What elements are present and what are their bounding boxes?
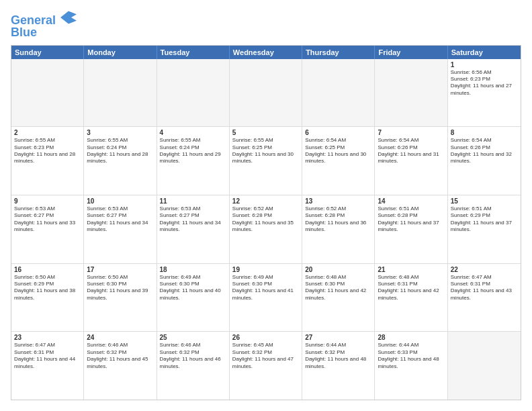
calendar-cell-1-6: 8Sunrise: 6:54 AMSunset: 6:26 PMDaylight… bbox=[448, 127, 521, 195]
calendar-cell-0-1 bbox=[84, 59, 157, 127]
calendar-cell-0-4 bbox=[302, 59, 375, 127]
calendar-cell-3-2: 18Sunrise: 6:49 AMSunset: 6:30 PMDayligh… bbox=[157, 264, 230, 332]
cell-info: Sunrise: 6:45 AMSunset: 6:32 PMDaylight:… bbox=[232, 342, 299, 370]
cell-info: Sunrise: 6:55 AMSunset: 6:25 PMDaylight:… bbox=[232, 137, 299, 165]
calendar-header: SundayMondayTuesdayWednesdayThursdayFrid… bbox=[11, 46, 521, 59]
cell-info: Sunrise: 6:50 AMSunset: 6:30 PMDaylight:… bbox=[87, 274, 153, 302]
calendar-cell-0-5 bbox=[375, 59, 447, 127]
day-number: 13 bbox=[305, 197, 371, 205]
calendar-cell-2-4: 13Sunrise: 6:52 AMSunset: 6:28 PMDayligh… bbox=[302, 195, 375, 263]
day-number: 26 bbox=[232, 334, 299, 341]
weekday-header-monday: Monday bbox=[84, 46, 157, 59]
day-number: 23 bbox=[14, 334, 81, 341]
calendar-row-0: 1Sunrise: 6:56 AMSunset: 6:23 PMDaylight… bbox=[11, 59, 521, 128]
calendar-cell-4-3: 26Sunrise: 6:45 AMSunset: 6:32 PMDayligh… bbox=[230, 332, 302, 400]
calendar-cell-0-2 bbox=[157, 59, 230, 127]
day-number: 24 bbox=[87, 334, 153, 341]
cell-info: Sunrise: 6:53 AMSunset: 6:27 PMDaylight:… bbox=[160, 205, 226, 234]
calendar-cell-0-3 bbox=[230, 59, 302, 127]
calendar-row-1: 2Sunrise: 6:55 AMSunset: 6:23 PMDaylight… bbox=[11, 127, 521, 195]
calendar: SundayMondayTuesdayWednesdayThursdayFrid… bbox=[11, 45, 521, 400]
calendar-body: 1Sunrise: 6:56 AMSunset: 6:23 PMDaylight… bbox=[11, 59, 521, 400]
calendar-cell-1-3: 5Sunrise: 6:55 AMSunset: 6:25 PMDaylight… bbox=[230, 127, 302, 195]
calendar-cell-4-6 bbox=[448, 332, 521, 400]
calendar-cell-1-0: 2Sunrise: 6:55 AMSunset: 6:23 PMDaylight… bbox=[11, 127, 84, 195]
cell-info: Sunrise: 6:48 AMSunset: 6:30 PMDaylight:… bbox=[305, 274, 371, 302]
weekday-header-wednesday: Wednesday bbox=[230, 46, 302, 59]
day-number: 8 bbox=[451, 129, 518, 136]
calendar-cell-1-1: 3Sunrise: 6:55 AMSunset: 6:24 PMDaylight… bbox=[84, 127, 157, 195]
calendar-cell-3-6: 22Sunrise: 6:47 AMSunset: 6:31 PMDayligh… bbox=[448, 264, 521, 332]
logo-blue: Blue bbox=[11, 26, 77, 40]
day-number: 19 bbox=[232, 266, 299, 273]
day-number: 6 bbox=[305, 129, 371, 136]
logo-icon bbox=[60, 11, 77, 24]
day-number: 12 bbox=[232, 197, 299, 205]
calendar-cell-0-6: 1Sunrise: 6:56 AMSunset: 6:23 PMDaylight… bbox=[448, 59, 521, 127]
day-number: 10 bbox=[87, 197, 153, 205]
cell-info: Sunrise: 6:46 AMSunset: 6:32 PMDaylight:… bbox=[87, 342, 153, 370]
cell-info: Sunrise: 6:51 AMSunset: 6:29 PMDaylight:… bbox=[451, 205, 518, 234]
cell-info: Sunrise: 6:52 AMSunset: 6:28 PMDaylight:… bbox=[305, 205, 371, 234]
calendar-cell-4-4: 27Sunrise: 6:44 AMSunset: 6:32 PMDayligh… bbox=[302, 332, 375, 400]
cell-info: Sunrise: 6:50 AMSunset: 6:29 PMDaylight:… bbox=[14, 274, 81, 302]
calendar-cell-1-4: 6Sunrise: 6:54 AMSunset: 6:25 PMDaylight… bbox=[302, 127, 375, 195]
weekday-header-friday: Friday bbox=[375, 46, 447, 59]
day-number: 17 bbox=[87, 266, 153, 273]
day-number: 14 bbox=[378, 197, 444, 205]
cell-info: Sunrise: 6:55 AMSunset: 6:23 PMDaylight:… bbox=[14, 137, 81, 165]
calendar-cell-3-3: 19Sunrise: 6:49 AMSunset: 6:30 PMDayligh… bbox=[230, 264, 302, 332]
calendar-cell-2-6: 15Sunrise: 6:51 AMSunset: 6:29 PMDayligh… bbox=[448, 195, 521, 263]
calendar-row-2: 9Sunrise: 6:53 AMSunset: 6:27 PMDaylight… bbox=[11, 195, 521, 264]
calendar-cell-4-2: 25Sunrise: 6:46 AMSunset: 6:32 PMDayligh… bbox=[157, 332, 230, 400]
cell-info: Sunrise: 6:53 AMSunset: 6:27 PMDaylight:… bbox=[87, 205, 153, 234]
cell-info: Sunrise: 6:54 AMSunset: 6:26 PMDaylight:… bbox=[378, 137, 444, 165]
logo: General Blue bbox=[11, 11, 77, 40]
calendar-cell-3-4: 20Sunrise: 6:48 AMSunset: 6:30 PMDayligh… bbox=[302, 264, 375, 332]
calendar-cell-2-1: 10Sunrise: 6:53 AMSunset: 6:27 PMDayligh… bbox=[84, 195, 157, 263]
calendar-cell-3-5: 21Sunrise: 6:48 AMSunset: 6:31 PMDayligh… bbox=[375, 264, 447, 332]
day-number: 5 bbox=[232, 129, 299, 136]
day-number: 28 bbox=[378, 334, 444, 341]
day-number: 3 bbox=[87, 129, 153, 136]
weekday-header-saturday: Saturday bbox=[448, 46, 521, 59]
day-number: 1 bbox=[451, 61, 518, 68]
day-number: 25 bbox=[160, 334, 226, 341]
day-number: 11 bbox=[160, 197, 226, 205]
weekday-header-thursday: Thursday bbox=[302, 46, 375, 59]
page: General Blue SundayMondayTuesdayWednesda… bbox=[0, 0, 532, 411]
calendar-row-3: 16Sunrise: 6:50 AMSunset: 6:29 PMDayligh… bbox=[11, 264, 521, 332]
day-number: 2 bbox=[14, 129, 81, 136]
cell-info: Sunrise: 6:52 AMSunset: 6:28 PMDaylight:… bbox=[232, 205, 299, 234]
calendar-cell-3-0: 16Sunrise: 6:50 AMSunset: 6:29 PMDayligh… bbox=[11, 264, 84, 332]
cell-info: Sunrise: 6:44 AMSunset: 6:33 PMDaylight:… bbox=[378, 342, 444, 370]
day-number: 22 bbox=[451, 266, 518, 273]
logo-general: General bbox=[11, 13, 56, 27]
cell-info: Sunrise: 6:56 AMSunset: 6:23 PMDaylight:… bbox=[451, 69, 518, 97]
calendar-cell-4-0: 23Sunrise: 6:47 AMSunset: 6:31 PMDayligh… bbox=[11, 332, 84, 400]
calendar-cell-2-5: 14Sunrise: 6:51 AMSunset: 6:28 PMDayligh… bbox=[375, 195, 447, 263]
cell-info: Sunrise: 6:47 AMSunset: 6:31 PMDaylight:… bbox=[451, 274, 518, 302]
cell-info: Sunrise: 6:51 AMSunset: 6:28 PMDaylight:… bbox=[378, 205, 444, 234]
cell-info: Sunrise: 6:46 AMSunset: 6:32 PMDaylight:… bbox=[160, 342, 226, 370]
day-number: 9 bbox=[14, 197, 81, 205]
day-number: 7 bbox=[378, 129, 444, 136]
day-number: 21 bbox=[378, 266, 444, 273]
calendar-row-4: 23Sunrise: 6:47 AMSunset: 6:31 PMDayligh… bbox=[11, 332, 521, 400]
day-number: 27 bbox=[305, 334, 371, 341]
cell-info: Sunrise: 6:49 AMSunset: 6:30 PMDaylight:… bbox=[232, 274, 299, 302]
day-number: 20 bbox=[305, 266, 371, 273]
day-number: 4 bbox=[160, 129, 226, 136]
calendar-cell-4-5: 28Sunrise: 6:44 AMSunset: 6:33 PMDayligh… bbox=[375, 332, 447, 400]
cell-info: Sunrise: 6:47 AMSunset: 6:31 PMDaylight:… bbox=[14, 342, 81, 370]
calendar-cell-4-1: 24Sunrise: 6:46 AMSunset: 6:32 PMDayligh… bbox=[84, 332, 157, 400]
day-number: 18 bbox=[160, 266, 226, 273]
cell-info: Sunrise: 6:54 AMSunset: 6:26 PMDaylight:… bbox=[451, 137, 518, 165]
day-number: 16 bbox=[14, 266, 81, 273]
cell-info: Sunrise: 6:49 AMSunset: 6:30 PMDaylight:… bbox=[160, 274, 226, 302]
cell-info: Sunrise: 6:55 AMSunset: 6:24 PMDaylight:… bbox=[160, 137, 226, 165]
cell-info: Sunrise: 6:44 AMSunset: 6:32 PMDaylight:… bbox=[305, 342, 371, 370]
day-number: 15 bbox=[451, 197, 518, 205]
calendar-cell-1-5: 7Sunrise: 6:54 AMSunset: 6:26 PMDaylight… bbox=[375, 127, 447, 195]
calendar-cell-2-0: 9Sunrise: 6:53 AMSunset: 6:27 PMDaylight… bbox=[11, 195, 84, 263]
